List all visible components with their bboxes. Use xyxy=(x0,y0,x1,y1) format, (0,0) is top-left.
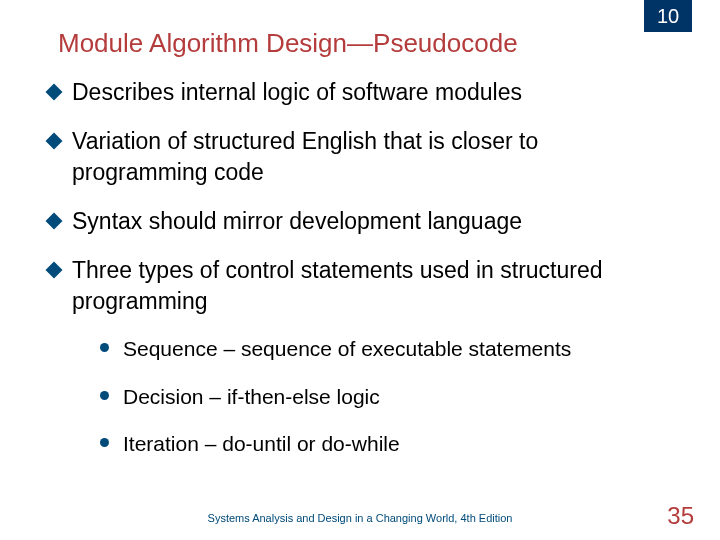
dot-bullet-icon xyxy=(100,391,109,400)
bullet-text: Syntax should mirror development languag… xyxy=(72,206,522,237)
bullet-text: Variation of structured English that is … xyxy=(72,126,680,188)
sub-bullet-item: Sequence – sequence of executable statem… xyxy=(100,335,680,362)
bullet-text: Describes internal logic of software mod… xyxy=(72,77,522,108)
bullet-item: Variation of structured English that is … xyxy=(48,126,680,188)
slide-title: Module Algorithm Design—Pseudocode xyxy=(0,0,720,77)
bullet-item: Describes internal logic of software mod… xyxy=(48,77,680,108)
diamond-bullet-icon xyxy=(46,84,63,101)
sub-bullet-text: Decision – if-then-else logic xyxy=(123,383,380,410)
sub-bullet-text: Sequence – sequence of executable statem… xyxy=(123,335,571,362)
bullet-text: Three types of control statements used i… xyxy=(72,255,680,317)
diamond-bullet-icon xyxy=(46,262,63,279)
dot-bullet-icon xyxy=(100,343,109,352)
bullet-item: Three types of control statements used i… xyxy=(48,255,680,317)
bullet-item: Syntax should mirror development languag… xyxy=(48,206,680,237)
footer-text: Systems Analysis and Design in a Changin… xyxy=(0,512,720,524)
content-area: Describes internal logic of software mod… xyxy=(0,77,720,457)
diamond-bullet-icon xyxy=(46,133,63,150)
sub-bullet-list: Sequence – sequence of executable statem… xyxy=(48,335,680,457)
diamond-bullet-icon xyxy=(46,213,63,230)
chapter-badge: 10 xyxy=(644,0,692,32)
page-number: 35 xyxy=(667,502,694,530)
chapter-number: 10 xyxy=(657,5,679,28)
sub-bullet-text: Iteration – do-until or do-while xyxy=(123,430,400,457)
dot-bullet-icon xyxy=(100,438,109,447)
sub-bullet-item: Decision – if-then-else logic xyxy=(100,383,680,410)
sub-bullet-item: Iteration – do-until or do-while xyxy=(100,430,680,457)
